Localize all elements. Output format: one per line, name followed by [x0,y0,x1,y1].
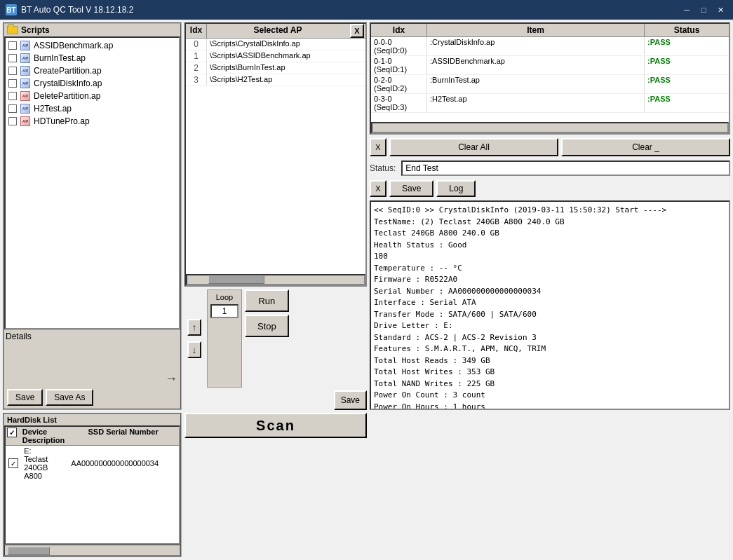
app-title: BT Auto QC Tool V 18.12.18.2 [21,5,133,15]
scripts-label: Scripts [21,25,50,35]
save-as-button[interactable]: Save As [46,389,93,406]
middle-panel: Idx Selected AP X 0 \Scripts\CrystalDisk… [184,22,367,410]
log-text: << SeqID:0 >> CrystalDiskInfo (2019-03-1… [374,205,726,410]
hdd-table-header: ✓ Device Description SSD Serial Number [6,427,179,446]
st-idx: 0-0-0 (SeqID:0) [371,37,427,55]
status-row: 0-2-0 (SeqID:2) :BurnInTest.ap :PASS [371,75,729,94]
hdd-scrollbar-h[interactable] [4,545,180,556]
ap-row: 1 \Scripts\ASSIDBenchmark.ap [186,50,365,62]
clear-all-row: X Clear All Clear _ [370,137,730,157]
log-section: X Save Log << SeqID:0 >> CrystalDiskInfo… [370,179,730,410]
log-content-box[interactable]: << SeqID:0 >> CrystalDiskInfo (2019-03-1… [370,200,730,410]
clear-right-button[interactable]: Clear _ [561,138,730,156]
log-save-button[interactable]: Save [389,180,433,197]
scripts-buttons: Save Save As [4,386,180,409]
status-row: 0-0-0 (SeqID:0) :CrystalDiskInfo.ap :PAS… [371,37,729,56]
status-value: End Test [401,161,730,176]
bottom-section: HardDisk List ✓ Device Description SSD S… [0,413,733,560]
script-file-icon: AP [20,40,31,51]
loop-label: Loop [216,293,233,301]
sth-idx: Idx [371,24,427,36]
title-bar: BT BT Auto QC Tool V 18.12.18.2 ─ □ ✕ [0,0,733,20]
script-checkbox[interactable] [8,79,17,88]
loop-section: Loop [207,289,242,388]
close-button[interactable]: ✕ [713,4,727,16]
scrollbar-thumb [208,275,264,284]
status-x-button[interactable]: X [370,138,386,156]
list-item[interactable]: AP H2Test.ap [7,102,177,115]
list-item[interactable]: AP HDTunePro.ap [7,115,177,128]
script-name: H2Test.ap [34,104,72,114]
list-item[interactable]: AP ASSIDBenchmark.ap [7,39,177,52]
status-display-row: Status: End Test [370,160,730,177]
move-down-button[interactable]: ↓ [187,341,201,358]
ap-scrollbar-h[interactable] [186,274,365,285]
loop-input[interactable] [210,304,238,318]
script-name: HDTunePro.ap [34,116,90,126]
harddisk-list-panel: HardDisk List ✓ Device Description SSD S… [3,413,182,557]
st-item: :ASSIDBenchmark.ap [427,56,645,74]
title-bar-left: BT BT Auto QC Tool V 18.12.18.2 [6,4,133,15]
script-checkbox[interactable] [8,67,17,75]
arrow-right-indicator: → [4,371,180,386]
ap-save-button[interactable]: Save [334,390,367,410]
list-item[interactable]: AP CrystalDiskInfo.ap [7,77,177,90]
status-row: 0-1-0 (SeqID:1) :ASSIDBenchmark.ap :PASS [371,56,729,75]
scripts-section-header: Scripts [4,24,180,36]
harddisk-list-content: ✓ Device Description SSD Serial Number ✓… [4,425,180,545]
hdd-header-serial: SSD Serial Number [67,427,179,445]
bottom-right-spacer [370,413,730,557]
script-file-icon: AP [20,116,31,127]
scan-button[interactable]: Scan [184,413,367,438]
script-checkbox[interactable] [8,54,17,62]
script-file-icon: AP [20,65,31,76]
header-idx: Idx [186,24,207,38]
maximize-button[interactable]: □ [697,4,711,16]
log-toolbar: X Save Log [370,179,730,198]
script-file-icon: AP [20,90,31,102]
script-file-icon: AP [20,103,31,114]
left-panel: Scripts AP ASSIDBenchmark.ap AP BurnInTe… [3,22,182,410]
run-stop-section: Run Stop [245,289,289,388]
details-area: Details [4,329,180,371]
script-file-icon: AP [20,53,31,64]
ap-idx: 1 [186,50,207,62]
stop-button[interactable]: Stop [245,315,289,337]
clear-all-button[interactable]: Clear All [389,138,558,156]
script-name: BurnInTest.ap [34,53,86,63]
script-checkbox[interactable] [8,117,17,125]
move-up-button[interactable]: ↑ [187,319,201,336]
st-idx: 0-3-0 (SeqID:3) [371,94,427,112]
script-checkbox[interactable] [8,92,17,100]
hdd-header-checkbox[interactable]: ✓ [7,428,17,437]
script-name: CreatePartition.ap [34,66,102,76]
save-button[interactable]: Save [7,389,43,406]
script-checkbox[interactable] [8,41,17,50]
selected-ap-header: Idx Selected AP X [186,24,365,39]
status-table-body: 0-0-0 (SeqID:0) :CrystalDiskInfo.ap :PAS… [371,37,729,122]
hdd-list-row: ✓ E: Teclast 240GB A800 AA00000000000000… [6,446,179,481]
ap-x-button[interactable]: X [350,24,364,38]
hdd-header-check: ✓ [6,427,20,445]
hdd-row-check[interactable]: ✓ [6,458,21,469]
list-item[interactable]: AP DeletePartition.ap [7,90,177,102]
app-icon: BT [6,4,17,15]
minimize-button[interactable]: ─ [680,4,694,16]
hdd-scrollbar-thumb [8,547,50,555]
ap-path: \Scripts\BurnInTest.ap [207,62,365,74]
panels-row: Scripts AP ASSIDBenchmark.ap AP BurnInTe… [0,20,733,413]
ap-row: 2 \Scripts\BurnInTest.ap [186,62,365,74]
st-item: :CrystalDiskInfo.ap [427,37,645,55]
script-name: ASSIDBenchmark.ap [34,41,113,50]
app-window: BT BT Auto QC Tool V 18.12.18.2 ─ □ ✕ Sc… [0,0,733,560]
status-scrollbar-h[interactable] [371,122,729,133]
hdd-row-checkbox[interactable]: ✓ [8,458,18,468]
log-log-button[interactable]: Log [436,180,476,197]
list-item[interactable]: AP CreatePartition.ap [7,64,177,77]
run-button[interactable]: Run [245,289,289,312]
st-idx: 0-2-0 (SeqID:2) [371,75,427,93]
st-status: :PASS [645,37,729,55]
list-item[interactable]: AP BurnInTest.ap [7,52,177,64]
script-checkbox[interactable] [8,104,17,113]
log-x-button[interactable]: X [370,180,386,197]
